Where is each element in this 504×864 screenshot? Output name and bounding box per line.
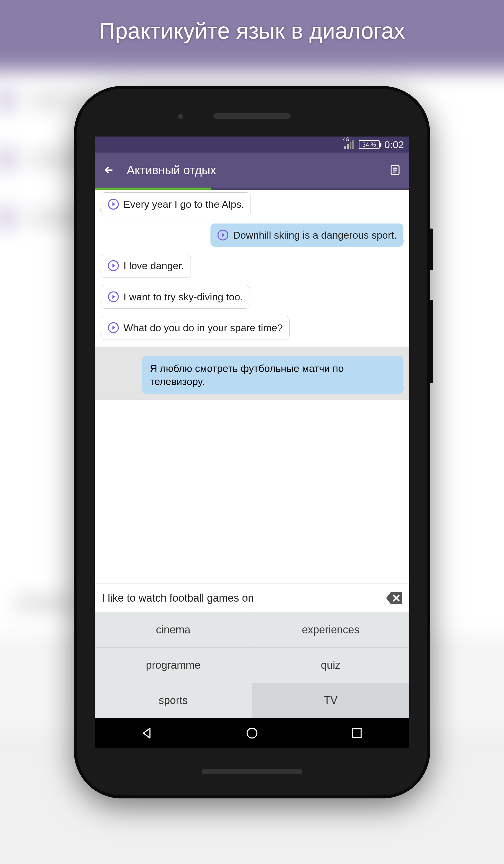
signal-icon: 4G — [344, 140, 354, 149]
play-icon[interactable] — [107, 291, 119, 303]
word-option[interactable]: cinema — [95, 612, 252, 648]
chat-bubble-right[interactable]: Downhill skiing is a dangerous sport. — [211, 224, 404, 247]
nav-recents-icon[interactable] — [350, 727, 363, 740]
battery-icon: 34 % — [359, 140, 380, 149]
progress-bar — [95, 188, 409, 190]
app-bar: Активный отдых — [95, 153, 409, 188]
chat-bubble-left[interactable]: What do you do in your spare time? — [100, 316, 290, 340]
chat-bubble-left[interactable]: I love danger. — [100, 254, 191, 278]
translation-prompt: Я люблю смотреть футбольные матчи по тел… — [142, 356, 404, 394]
chat-bubble-left[interactable]: I want to try sky-diving too. — [100, 285, 250, 309]
chat-text: What do you do in your spare time? — [123, 322, 283, 334]
notes-icon[interactable] — [389, 164, 401, 176]
svg-rect-10 — [352, 729, 361, 737]
page-title: Практикуйте язык в диалогах — [0, 18, 504, 44]
status-clock: 0:02 — [384, 139, 404, 151]
answer-input-row: I like to watch football games on — [95, 584, 409, 612]
answer-input[interactable]: I like to watch football games on — [102, 592, 380, 604]
chat-text: I want to try sky-diving too. — [123, 291, 243, 303]
status-bar: 4G 34 % 0:02 — [95, 136, 409, 153]
nav-back-icon[interactable] — [141, 727, 154, 740]
play-icon[interactable] — [217, 229, 229, 241]
word-bank: cinema experiences programme quiz sports… — [95, 612, 409, 718]
translation-prompt-row: Я люблю смотреть футбольные матчи по тел… — [95, 347, 409, 400]
chat-text: I love danger. — [123, 260, 184, 272]
word-option[interactable]: experiences — [252, 612, 409, 648]
play-icon[interactable] — [107, 260, 119, 272]
backspace-icon[interactable] — [386, 591, 402, 604]
word-option[interactable]: TV — [252, 683, 409, 718]
word-option[interactable]: programme — [95, 648, 252, 683]
nav-home-icon[interactable] — [245, 727, 259, 740]
play-icon[interactable] — [107, 322, 119, 334]
svg-point-9 — [247, 728, 257, 738]
word-option[interactable]: quiz — [252, 648, 409, 683]
phone-screen: 4G 34 % 0:02 Активный отдых — [95, 136, 409, 748]
chat-text: Every year I go to the Alps. — [123, 198, 244, 211]
chat-area: Every year I go to the Alps. Downhill sk… — [95, 190, 409, 584]
chat-bubble-left[interactable]: Every year I go to the Alps. — [100, 192, 251, 216]
chat-text: Downhill skiing is a dangerous sport. — [233, 229, 397, 242]
phone-mockup: 4G 34 % 0:02 Активный отдых — [74, 86, 430, 799]
play-icon[interactable] — [107, 198, 119, 210]
android-nav-bar — [95, 718, 409, 748]
app-bar-title: Активный отдых — [127, 164, 377, 177]
back-icon[interactable] — [103, 164, 115, 176]
word-option[interactable]: sports — [95, 683, 252, 718]
